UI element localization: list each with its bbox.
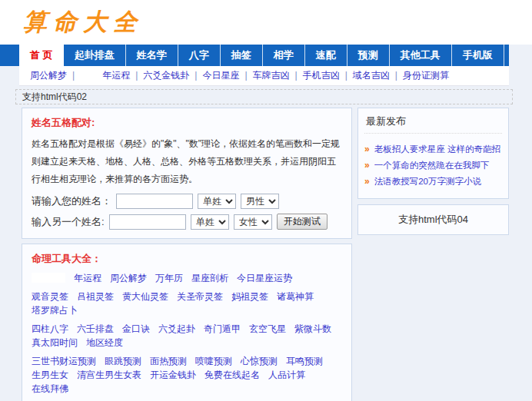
post-item: » 一个算命的突然跪在在我脚下 bbox=[364, 160, 502, 171]
subnav-link[interactable]: 手机吉凶 bbox=[303, 69, 353, 82]
match-box-title: 姓名五格配对: bbox=[32, 116, 342, 130]
tool-link[interactable]: 四柱八字 bbox=[32, 323, 68, 335]
surname-type-select-1[interactable]: 单姓 bbox=[198, 194, 236, 209]
tool-link[interactable]: 喷嚏预测 bbox=[195, 356, 232, 367]
latest-posts-title: 最新发布 bbox=[364, 108, 502, 134]
nav-tab[interactable]: 首 页 bbox=[19, 45, 64, 66]
tool-link[interactable]: 生男生女 bbox=[32, 370, 68, 381]
tool-link[interactable]: 心惊预测 bbox=[241, 356, 278, 367]
nav-tab[interactable]: 预测 bbox=[347, 45, 390, 66]
main-columns: 姓名五格配对: 姓名五格配对是根据《易经》的"象"、"数"理论，依据姓名的笔画数… bbox=[22, 108, 509, 401]
tool-link[interactable]: 星座剖析 bbox=[191, 273, 228, 284]
tool-link[interactable]: 人品计算 bbox=[268, 370, 305, 381]
tool-link[interactable]: 黄大仙灵签 bbox=[122, 291, 168, 303]
tool-link[interactable]: 金口诀 bbox=[122, 323, 150, 335]
name-input-1[interactable] bbox=[116, 194, 193, 209]
tool-row-3: 四柱八字六壬排盘金口诀六爻起卦奇门遁甲玄空飞星紫微斗数真太阳时间地区经度 bbox=[32, 323, 342, 349]
post-item: » 法语教授写20万字测字小说 bbox=[364, 176, 502, 187]
subnav-link[interactable]: 车牌吉凶 bbox=[253, 69, 303, 82]
nav-tab[interactable]: 八字 bbox=[178, 45, 221, 66]
name-form-row-1: 请输入您的姓名： 单姓 男性 bbox=[32, 194, 342, 209]
nav-tab[interactable]: 抽签 bbox=[221, 45, 263, 66]
gender-select-2[interactable]: 女性 bbox=[234, 214, 272, 230]
name-input-2[interactable] bbox=[109, 214, 186, 230]
tool-link[interactable]: 眼跳预测 bbox=[105, 356, 141, 367]
subnav-link[interactable]: 域名吉凶 bbox=[353, 69, 403, 82]
tool-link[interactable]: 年运程 bbox=[74, 273, 101, 284]
tool-link[interactable]: 耳鸣预测 bbox=[286, 356, 323, 367]
tool-link[interactable]: 六爻起卦 bbox=[158, 323, 195, 335]
nav-tab[interactable]: 速配 bbox=[305, 45, 347, 66]
tool-link[interactable]: 今日星座运势 bbox=[237, 273, 292, 284]
tool-link[interactable]: 面热预测 bbox=[150, 356, 187, 367]
double-arrow-bullet-icon: » bbox=[364, 176, 370, 187]
tool-row-1: 年运程周公解梦万年历星座剖析今日星座运势 bbox=[32, 273, 342, 284]
tools-box-title: 命理工具大全： bbox=[32, 252, 342, 266]
name-form-row-2: 输入另一个姓名: 单姓 女性 开始测试 bbox=[32, 214, 342, 230]
tool-link[interactable]: 周公解梦 bbox=[110, 273, 147, 284]
blank-image-placeholder bbox=[32, 273, 65, 283]
post-link[interactable]: 法语教授写20万字测字小说 bbox=[374, 176, 481, 187]
ad-slot-02: 支持html代码02 bbox=[15, 89, 513, 104]
post-link[interactable]: 一个算命的突然跪在在我脚下 bbox=[374, 160, 490, 171]
tool-row-4: 三世书财运预测眼跳预测面热预测喷嚏预测心惊预测耳鸣预测生男生女清宫生男生女表开运… bbox=[32, 356, 342, 395]
gender-select-1[interactable]: 男性 bbox=[241, 194, 279, 209]
tool-row-1-links: 年运程周公解梦万年历星座剖析今日星座运势 bbox=[74, 273, 292, 284]
tool-link[interactable]: 诸葛神算 bbox=[277, 291, 314, 303]
main-nav: 首 页起卦排盘姓名学八字抽签相学速配预测其他工具手机版 bbox=[0, 45, 509, 66]
double-arrow-bullet-icon: » bbox=[364, 160, 370, 171]
tool-link[interactable]: 关圣帝灵签 bbox=[177, 291, 223, 303]
tool-link[interactable]: 在线拜佛 bbox=[32, 383, 68, 395]
subnav-link[interactable]: 身份证测算 bbox=[403, 69, 449, 82]
site-logo: 算命大全 bbox=[23, 6, 143, 38]
tool-link[interactable]: 观音灵签 bbox=[32, 291, 68, 303]
tool-link[interactable]: 真太阳时间 bbox=[32, 337, 78, 349]
ad-slot-04: 支持html代码04 bbox=[357, 204, 509, 235]
nav-tab[interactable]: 相学 bbox=[263, 45, 305, 66]
post-link[interactable]: 老板招人要求星座 这样的奇葩招 bbox=[374, 144, 500, 155]
site-header: 算命大全 bbox=[0, 0, 532, 45]
post-item: » 老板招人要求星座 这样的奇葩招 bbox=[364, 144, 502, 155]
surname-type-select-2[interactable]: 单姓 bbox=[191, 214, 229, 230]
right-sidebar: 最新发布 » 老板招人要求星座 这样的奇葩招 » 一个算命的突然跪在在我脚下 »… bbox=[357, 108, 509, 235]
name-label-1: 请输入您的姓名： bbox=[32, 194, 111, 208]
subnav-link[interactable]: 周公解梦 bbox=[30, 69, 102, 82]
name-label-2: 输入另一个姓名: bbox=[32, 215, 105, 229]
double-arrow-bullet-icon: » bbox=[364, 144, 370, 154]
tool-link[interactable]: 清宫生男生女表 bbox=[77, 370, 141, 381]
start-test-button[interactable]: 开始测试 bbox=[277, 214, 328, 230]
tool-link[interactable]: 免费在线起名 bbox=[204, 370, 260, 381]
page: 算命大全 首 页起卦排盘姓名学八字抽签相学速配预测其他工具手机版 周公解梦年运程… bbox=[0, 0, 532, 401]
tool-link[interactable]: 妈祖灵签 bbox=[231, 291, 268, 303]
tool-link[interactable]: 地区经度 bbox=[86, 337, 123, 349]
sub-nav: 周公解梦年运程六爻金钱卦今日星座车牌吉凶手机吉凶域名吉凶身份证测算 bbox=[19, 66, 509, 86]
left-column: 姓名五格配对: 姓名五格配对是根据《易经》的"象"、"数"理论，依据姓名的笔画数… bbox=[22, 108, 352, 401]
subnav-link[interactable]: 今日星座 bbox=[202, 69, 252, 82]
post-list: » 老板招人要求星座 这样的奇葩招 » 一个算命的突然跪在在我脚下 » 法语教授… bbox=[358, 134, 508, 195]
nav-tab[interactable]: 起卦排盘 bbox=[64, 45, 126, 66]
tool-link[interactable]: 紫微斗数 bbox=[294, 323, 331, 335]
tool-link[interactable]: 六壬排盘 bbox=[77, 323, 114, 335]
subnav-link[interactable]: 年运程 bbox=[102, 69, 143, 82]
tool-row-2: 观音灵签吕祖灵签黄大仙灵签关圣帝灵签妈祖灵签诸葛神算塔罗牌占卜 bbox=[32, 291, 342, 316]
match-description: 姓名五格配对是根据《易经》的"象"、"数"理论，依据姓名的笔画数和一定规则建立起… bbox=[32, 135, 342, 188]
name-match-box: 姓名五格配对: 姓名五格配对是根据《易经》的"象"、"数"理论，依据姓名的笔画数… bbox=[22, 108, 352, 239]
nav-tab[interactable]: 姓名学 bbox=[126, 45, 178, 66]
tool-link[interactable]: 塔罗牌占卜 bbox=[32, 305, 78, 316]
tool-link[interactable]: 三世书财运预测 bbox=[32, 356, 96, 367]
latest-posts-box: 最新发布 » 老板招人要求星座 这样的奇葩招 » 一个算命的突然跪在在我脚下 »… bbox=[357, 108, 509, 199]
nav-tab[interactable]: 其他工具 bbox=[390, 45, 452, 66]
tools-box: 命理工具大全： 年运程周公解梦万年历星座剖析今日星座运势 观音灵签吕祖灵签黄大仙… bbox=[22, 244, 352, 401]
tool-link[interactable]: 开运金钱卦 bbox=[150, 370, 196, 381]
tool-link[interactable]: 奇门遁甲 bbox=[204, 323, 241, 335]
tool-link[interactable]: 吕祖灵签 bbox=[77, 291, 114, 303]
tool-link[interactable]: 万年历 bbox=[155, 273, 183, 284]
nav-tab[interactable]: 手机版 bbox=[452, 45, 504, 66]
subnav-link[interactable]: 六爻金钱卦 bbox=[143, 69, 202, 82]
tool-link[interactable]: 玄空飞星 bbox=[249, 323, 286, 335]
